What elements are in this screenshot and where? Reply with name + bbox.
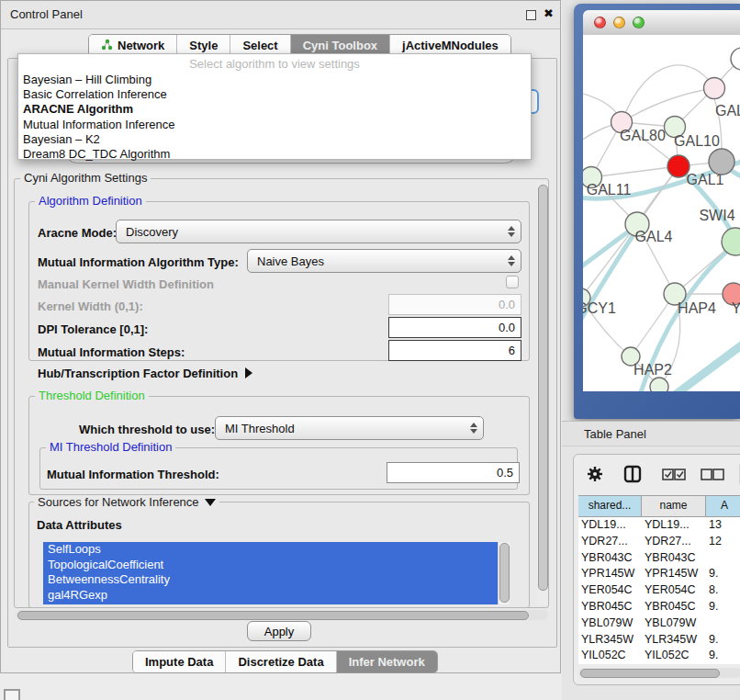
which-threshold-combo[interactable]: MI Threshold (215, 416, 484, 440)
manual-kernel-checkbox[interactable] (506, 276, 519, 288)
table-row[interactable]: YDR27...YDR27...12 (578, 534, 740, 550)
columns-icon[interactable] (623, 465, 642, 487)
column-header[interactable]: shared... (578, 496, 642, 516)
table-cell (706, 615, 740, 632)
tab-infer-network[interactable]: Infer Network (337, 651, 437, 672)
table-row[interactable]: YPR145WYPR145W9. (578, 566, 740, 582)
table-body: YDL19...YDL19...13YDR27...YDR27...12YBR0… (578, 517, 740, 664)
settings-horizontal-scrollbar[interactable] (16, 610, 548, 620)
network-node[interactable] (731, 48, 740, 70)
table-row[interactable]: YER054CYER054C8. (578, 582, 740, 599)
mi-type-combo[interactable]: Naive Bayes (247, 249, 521, 273)
sources-group: Data Attributes SelfLoopsTopologicalCoef… (28, 502, 530, 608)
node-label: HAP4 (678, 300, 716, 316)
network-node[interactable] (650, 378, 668, 391)
tab-label: Infer Network (349, 655, 425, 669)
tab-label: Impute Data (145, 655, 213, 669)
algorithm-option[interactable]: Bayesian – K2 (18, 132, 531, 147)
settings-vertical-scrollbar[interactable] (537, 181, 548, 605)
control-panel: Control Panel ✖ Network Style (0, 0, 561, 673)
table-cell: 12 (706, 534, 740, 550)
algorithm-option[interactable]: Mutual Information Inference (18, 118, 531, 132)
settings-group-title: Cyni Algorithm Settings (20, 171, 151, 185)
mi-type-value: Naive Bayes (257, 254, 324, 268)
tab-label: Network (118, 39, 164, 52)
mi-threshold-input[interactable] (387, 462, 520, 483)
float-panel-icon[interactable] (526, 10, 536, 20)
network-node[interactable] (704, 78, 725, 99)
hub-definition-label: Hub/Transcription Factor Definition (38, 367, 238, 380)
table-panel-header: Table Panel (562, 421, 740, 446)
network-view-window[interactable]: GALGAL80GAL10GAL1GAL11SWI4GAL4GCY1HAP4YH… (574, 4, 740, 419)
sources-title-text: Sources for Network Inference (38, 495, 199, 509)
algorithm-dropdown-popup: Select algorithm to view settings Bayesi… (17, 53, 532, 160)
table-cell: YIL052C (642, 648, 706, 664)
column-header[interactable]: name (642, 496, 706, 516)
control-panel-titlebar: Control Panel ✖ (1, 1, 560, 29)
table-cell: YBL079W (642, 615, 706, 632)
algorithm-option[interactable]: Dream8 DC_TDC Algorithm (18, 147, 531, 162)
table-horizontal-scrollbar[interactable] (578, 668, 740, 678)
node-label: GAL4 (635, 229, 673, 244)
sources-group-title[interactable]: Sources for Network Inference (34, 495, 219, 509)
dpi-tolerance-input[interactable] (388, 317, 521, 338)
algorithm-option[interactable]: Bayesian – Hill Climbing (18, 73, 531, 87)
network-canvas[interactable]: GALGAL80GAL10GAL1GAL11SWI4GAL4GCY1HAP4YH… (583, 35, 740, 391)
minimize-window-icon[interactable] (613, 17, 625, 28)
stepper-icon (502, 226, 521, 237)
algorithm-option[interactable]: ARACNE Algorithm (18, 102, 531, 117)
table-header-row: shared...nameA (578, 495, 740, 517)
control-panel-title: Control Panel (10, 1, 83, 28)
aracne-mode-combo[interactable]: Discovery (116, 220, 521, 243)
algorithm-list: Bayesian – Hill ClimbingBasic Correlatio… (18, 73, 531, 162)
hub-definition-toggle[interactable]: Hub/Transcription Factor Definition (38, 367, 252, 380)
attribute-item[interactable]: gal4RGexp (43, 588, 510, 604)
node-table: shared...nameA YDL19...YDL19...13YDR27..… (578, 495, 740, 678)
table-row[interactable]: YBL079WYBL079W (578, 615, 740, 632)
algorithm-option[interactable]: Basic Correlation Inference (18, 87, 531, 102)
tab-impute-data[interactable]: Impute Data (133, 651, 226, 672)
table-row[interactable]: YBR043CYBR043C (578, 550, 740, 567)
node-label: GAL11 (587, 182, 632, 198)
mi-threshold-definition-title: MI Threshold Definition (46, 440, 175, 454)
close-window-icon[interactable] (594, 17, 606, 28)
attribute-item[interactable]: BetweennessCentrality (43, 572, 510, 588)
attributes-list-scrollbar[interactable] (498, 542, 510, 604)
manual-kernel-label: Manual Kernel Width Definition (38, 277, 214, 291)
table-row[interactable]: YDL19...YDL19...13 (578, 517, 740, 534)
apply-button[interactable]: Apply (247, 621, 311, 641)
table-cell: 9. (706, 599, 740, 615)
data-attributes-list[interactable]: SelfLoopsTopologicalCoefficientBetweenne… (43, 542, 510, 604)
close-panel-icon[interactable]: ✖ (544, 6, 554, 20)
table-row[interactable]: YBR045CYBR045C9. (578, 599, 740, 615)
attribute-item[interactable]: TopologicalCoefficient (43, 558, 510, 573)
gear-icon[interactable] (587, 466, 603, 486)
table-panel-title: Table Panel (584, 422, 646, 446)
which-threshold-value: MI Threshold (225, 422, 295, 435)
tab-label: Select (242, 39, 277, 52)
mi-steps-input[interactable] (388, 340, 521, 361)
network-window-titlebar[interactable] (583, 10, 740, 36)
show-columns-icon[interactable] (662, 468, 686, 484)
tab-discretize-data[interactable]: Discretize Data (226, 651, 336, 672)
expanded-arrow-icon (205, 499, 216, 506)
panel-dock-icon[interactable] (4, 689, 20, 700)
network-tab-icon (101, 39, 113, 53)
table-toolbar (574, 462, 740, 490)
column-header[interactable]: A (706, 496, 740, 516)
table-cell: YBR043C (642, 550, 706, 567)
table-cell: YDR27... (642, 534, 706, 550)
attribute-item[interactable]: SelfLoops (43, 542, 510, 558)
network-node[interactable] (709, 149, 734, 175)
kernel-width-input[interactable] (388, 294, 521, 315)
table-cell: 13 (706, 517, 740, 534)
table-cell: 8. (706, 582, 740, 599)
table-row[interactable]: YLR345WYLR345W9. (578, 632, 740, 649)
which-threshold-label: Which threshold to use: (79, 423, 215, 436)
node-label: GAL80 (620, 128, 666, 143)
table-cell: YLR345W (642, 632, 706, 649)
zoom-window-icon[interactable] (633, 17, 645, 28)
hide-columns-icon[interactable] (701, 468, 724, 484)
table-row[interactable]: YIL052CYIL052C9. (578, 648, 740, 664)
table-cell: YBR045C (578, 599, 642, 615)
